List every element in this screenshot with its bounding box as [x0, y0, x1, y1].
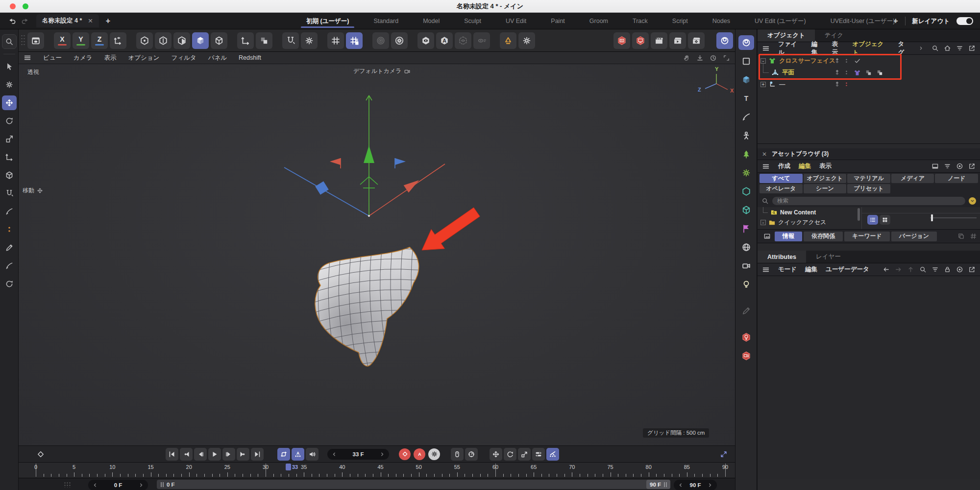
cache-recycle-button[interactable] — [500, 32, 516, 49]
asset-filter2-2[interactable]: プリセット — [847, 184, 890, 193]
om-menu-icon[interactable] — [762, 45, 770, 52]
edges-mode-button[interactable] — [155, 32, 172, 49]
scene-settings-button[interactable] — [518, 32, 535, 49]
range-start-spinner[interactable]: 0 F — [88, 480, 148, 490]
pan-hand-icon[interactable] — [683, 54, 690, 62]
om-filter-icon[interactable] — [956, 45, 963, 52]
layout-tab-3[interactable]: Sculpt — [452, 13, 493, 29]
model-mode-button[interactable] — [192, 32, 209, 49]
scale-tool[interactable] — [2, 132, 17, 146]
object-manager-empty[interactable] — [758, 90, 980, 144]
attr-arrowU-icon[interactable] — [907, 266, 914, 273]
layout-tab-0[interactable]: 初期 (ユーザー) — [294, 13, 361, 29]
select-tool[interactable] — [2, 59, 17, 74]
redo-button[interactable] — [19, 15, 31, 27]
quantize-grid-button[interactable] — [327, 32, 344, 49]
scrollbar-thumb[interactable] — [858, 208, 860, 221]
cloth-plane-object[interactable] — [306, 240, 434, 387]
om-menu-3[interactable]: オブジェクト — [852, 40, 889, 57]
render-preview-button[interactable] — [669, 32, 686, 49]
coordinate-system-button[interactable] — [110, 32, 126, 49]
solo-view-button[interactable] — [417, 32, 434, 49]
om-menu-1[interactable]: 編集 — [811, 40, 824, 57]
attr-magnifier-icon[interactable] — [919, 266, 927, 273]
primitive-square-icon[interactable] — [738, 54, 754, 69]
asset-bottom-tab-1[interactable]: 依存関係 — [804, 232, 843, 241]
object-axis-button[interactable] — [237, 32, 254, 49]
render-settings-button[interactable] — [688, 32, 705, 49]
document-tab[interactable]: 名称未設定 4 * ✕ — [36, 14, 99, 27]
grid-snap-lock-button[interactable] — [346, 32, 363, 49]
history-clock-icon[interactable] — [710, 54, 717, 62]
attr-menu-0[interactable]: モード — [778, 265, 797, 274]
phong-tag-icon[interactable] — [865, 69, 872, 76]
grid-view-button[interactable] — [880, 215, 890, 225]
falloff-button[interactable] — [372, 32, 389, 49]
generator-hexagon-icon[interactable] — [738, 184, 754, 199]
workplane-button[interactable] — [256, 32, 272, 49]
layout-tab-8[interactable]: Script — [660, 13, 700, 29]
ab-record-icon[interactable] — [956, 163, 963, 170]
record-pla-button[interactable] — [546, 448, 559, 461]
frame-scene-icon[interactable] — [696, 54, 704, 62]
polygons-mode-button[interactable] — [173, 32, 190, 49]
asset-tree-label[interactable]: New Content — [780, 209, 816, 216]
layout-tab-4[interactable]: UV Edit — [493, 13, 539, 29]
close-window-button[interactable] — [10, 3, 16, 9]
autokey-button[interactable]: A — [414, 448, 425, 460]
attr-arrowL-icon[interactable] — [882, 266, 890, 273]
simulation-gear-icon[interactable] — [738, 165, 754, 180]
texture-mode-button[interactable] — [211, 32, 227, 49]
record-parameter-button[interactable] — [532, 448, 545, 461]
paint-tool[interactable] — [2, 222, 17, 237]
transform-tool[interactable] — [2, 150, 17, 164]
viewport-menu-3[interactable]: オプション — [128, 54, 159, 62]
asset-bottom-tab-2[interactable]: キーワード — [844, 232, 890, 241]
checker-tag-icon[interactable] — [876, 69, 883, 76]
new-document-button[interactable]: + — [106, 17, 110, 25]
layout-toggle-switch[interactable] — [956, 17, 973, 25]
simulate-button[interactable] — [716, 32, 733, 49]
viewport[interactable]: Y X Z 透視 デフォルトカメラ 移動 グリッド間隔 : 500 cm — [19, 64, 735, 445]
attr-lock-icon[interactable] — [944, 266, 951, 273]
hash-icon[interactable] — [970, 233, 977, 240]
attr-menu-2[interactable]: ユーザーデータ — [826, 265, 869, 274]
redshift-light-icon[interactable] — [738, 330, 754, 345]
axis-lock-z-button[interactable]: Z — [91, 32, 108, 49]
current-frame-spinner[interactable] — [327, 449, 389, 460]
ab-menu-2[interactable]: 表示 — [819, 162, 832, 170]
rotate-tool[interactable] — [2, 114, 17, 128]
record-rotation-track-button[interactable] — [465, 448, 478, 461]
move-gizmo[interactable] — [284, 95, 445, 217]
asset-filter-0[interactable]: すべて — [760, 174, 803, 183]
text-icon[interactable]: T — [738, 91, 754, 106]
asset-bottom-tab-3[interactable]: バージョン — [891, 232, 937, 241]
projection-label[interactable]: 透視 — [27, 68, 39, 76]
goto-start-button[interactable] — [166, 448, 178, 461]
asset-filter2-1[interactable]: シーン — [804, 184, 847, 193]
range-slider[interactable]: 0 F 90 F — [157, 480, 670, 489]
magnet-tool[interactable] — [2, 186, 17, 201]
close-document-icon[interactable]: ✕ — [88, 17, 93, 24]
sound-button[interactable] — [306, 448, 318, 461]
next-key-button[interactable] — [237, 448, 249, 461]
layout-tab-6[interactable]: Groom — [577, 13, 620, 29]
ab-menu-icon[interactable] — [762, 163, 770, 170]
viewport-menu-6[interactable]: Redshift — [239, 54, 261, 61]
object-row-2[interactable]: +— — [758, 78, 980, 90]
keying-settings-button[interactable] — [428, 448, 440, 460]
layer-diamonds-icon[interactable] — [833, 57, 841, 65]
axis-lock-x-button[interactable]: X — [54, 32, 71, 49]
points-mode-button[interactable] — [136, 32, 153, 49]
timeline-ruler[interactable]: 05101520253035404550556065707580859033 — [19, 462, 735, 478]
volume-cube-icon[interactable] — [738, 72, 754, 87]
viewport-menu-4[interactable]: フィルタ — [171, 54, 196, 62]
layout-tab-2[interactable]: Model — [411, 13, 452, 29]
visibility-dots-icon[interactable] — [843, 58, 850, 64]
list-view-button[interactable] — [867, 215, 878, 225]
vegetation-tree-icon[interactable] — [738, 147, 754, 162]
layout-tab-7[interactable]: Track — [620, 13, 660, 29]
toolbar-grip[interactable] — [21, 34, 25, 47]
current-frame-input[interactable] — [347, 451, 369, 457]
preview-image-icon[interactable] — [760, 230, 773, 243]
